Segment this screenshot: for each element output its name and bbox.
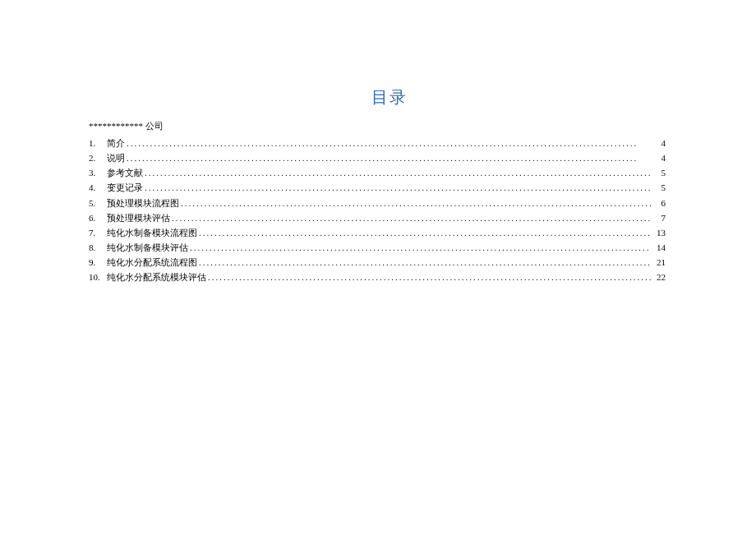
toc-entry-text: 说明 [107, 150, 125, 165]
toc-entry-text: 参考文献 [107, 165, 143, 180]
toc-entry-dots [199, 225, 651, 240]
toc-entry-page: 13 [652, 225, 666, 240]
toc-entry-text: 预处理模块评估 [107, 210, 170, 225]
toc-entry: 6. 预处理模块评估 7 [89, 210, 666, 225]
toc-entry-page: 7 [652, 210, 666, 225]
toc-entry-number: 1. [89, 136, 107, 150]
toc-entry: 8. 纯化水制备模块评估 14 [89, 240, 666, 255]
company-line: ************ 公司 [89, 120, 666, 132]
toc-entry-dots [145, 180, 651, 195]
toc-entry-page: 6 [652, 196, 666, 210]
toc-entry-text: 纯化水制备模块流程图 [107, 225, 197, 240]
toc-entry-page: 5 [652, 180, 666, 195]
toc-entry-text: 纯化水制备模块评估 [107, 240, 188, 255]
toc-entry: 9. 纯化水分配系统流程图 21 [89, 255, 666, 270]
toc-entry: 5. 预处理模块流程图 6 [89, 196, 666, 210]
toc-entry-dots [181, 196, 651, 210]
toc-entry-text: 纯化水分配系统模块评估 [107, 270, 206, 284]
toc-title: 目录 [89, 86, 666, 108]
toc-entry-number: 3. [89, 165, 107, 180]
toc-entry-page: 4 [652, 136, 666, 150]
toc-entry-dots [190, 240, 651, 255]
toc-entry-text: 纯化水分配系统流程图 [107, 255, 197, 270]
toc-entry-dots [199, 255, 651, 270]
toc-entry-page: 14 [652, 240, 666, 255]
toc-entry: 10. 纯化水分配系统模块评估 22 [89, 270, 666, 284]
toc-entry: 3. 参考文献 5 [89, 165, 666, 180]
toc-entry-number: 2. [89, 150, 107, 165]
toc-entry-dots [172, 210, 651, 225]
toc-entry-dots [127, 136, 651, 150]
toc-entry-number: 4. [89, 180, 107, 195]
toc-entry-page: 5 [652, 165, 666, 180]
toc-entry-number: 9. [89, 255, 107, 270]
toc-entry-dots [208, 270, 651, 284]
toc-entry: 7. 纯化水制备模块流程图 13 [89, 225, 666, 240]
toc-entry-page: 4 [652, 150, 666, 165]
toc-entry: 2. 说明 4 [89, 150, 666, 165]
toc-entry-number: 6. [89, 210, 107, 225]
toc-entry: 1. 简介 4 [89, 136, 666, 150]
toc-entry-page: 22 [652, 270, 666, 284]
document-page: 目录 ************ 公司 1. 简介 4 2. 说明 4 3. 参考… [0, 0, 756, 284]
toc-entry-text: 变更记录 [107, 180, 143, 195]
toc-entry-number: 5. [89, 196, 107, 210]
toc-entry: 4. 变更记录 5 [89, 180, 666, 195]
toc-list: 1. 简介 4 2. 说明 4 3. 参考文献 5 4. 变更记录 5 5. 预… [89, 136, 666, 284]
toc-entry-text: 预处理模块流程图 [107, 196, 179, 210]
toc-entry-number: 7. [89, 225, 107, 240]
toc-entry-dots [127, 150, 651, 165]
toc-entry-dots [145, 165, 651, 180]
toc-entry-text: 简介 [107, 136, 125, 150]
toc-entry-page: 21 [652, 255, 666, 270]
toc-entry-number: 8. [89, 240, 107, 255]
toc-entry-number: 10. [89, 270, 107, 284]
